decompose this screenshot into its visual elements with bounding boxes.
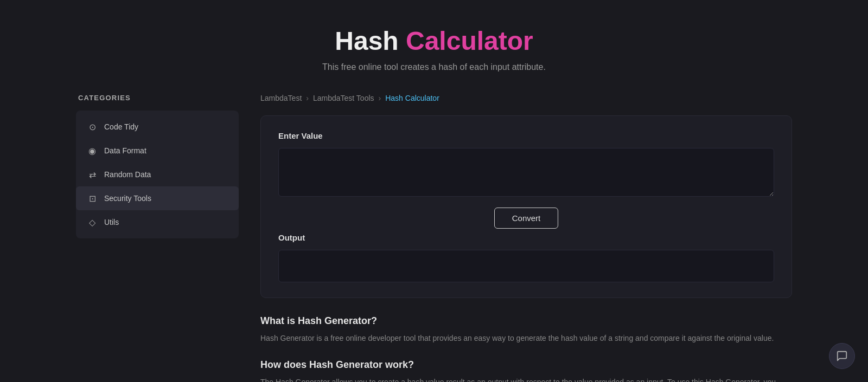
breadcrumb: LambdaTest › LambdaTest Tools › Hash Cal… (260, 94, 792, 102)
output-label: Output (278, 233, 774, 242)
breadcrumb-lambdatest-tools[interactable]: LambdaTest Tools (313, 94, 374, 102)
categories-label: CATEGORIES (76, 94, 239, 102)
sidebar-item-label: Security Tools (104, 194, 151, 203)
sidebar-item-label: Utils (104, 218, 119, 226)
sidebar-item-code-tidy[interactable]: ⊙ Code Tidy (76, 115, 239, 139)
how-does-section: How does Hash Generator work? The Hash G… (260, 359, 792, 382)
output-area (278, 250, 774, 282)
main-content: LambdaTest › LambdaTest Tools › Hash Cal… (260, 94, 792, 382)
convert-row: Convert (278, 208, 774, 229)
sidebar: CATEGORIES ⊙ Code Tidy ◉ Data Format ⇄ R… (76, 94, 239, 382)
how-does-title: How does Hash Generator work? (260, 359, 792, 371)
page-subtitle: This free online tool creates a hash of … (11, 62, 857, 72)
input-textarea[interactable] (278, 148, 774, 197)
data-format-icon: ◉ (87, 145, 98, 156)
random-data-icon: ⇄ (87, 169, 98, 180)
sidebar-item-utils[interactable]: ◇ Utils (76, 210, 239, 234)
sidebar-item-label: Code Tidy (104, 122, 138, 131)
breadcrumb-sep-2: › (379, 94, 381, 102)
sidebar-item-label: Random Data (104, 170, 151, 179)
convert-button[interactable]: Convert (494, 208, 559, 229)
code-tidy-icon: ⊙ (87, 121, 98, 132)
sidebar-item-security-tools[interactable]: ⊡ Security Tools (76, 186, 239, 210)
what-is-title: What is Hash Generator? (260, 315, 792, 327)
what-is-section: What is Hash Generator? Hash Generator i… (260, 315, 792, 344)
page-title: Hash Calculator (11, 26, 857, 56)
security-tools-icon: ⊡ (87, 193, 98, 204)
main-layout: CATEGORIES ⊙ Code Tidy ◉ Data Format ⇄ R… (54, 94, 814, 382)
breadcrumb-hash-calculator[interactable]: Hash Calculator (385, 94, 439, 102)
chat-button[interactable] (829, 343, 855, 369)
breadcrumb-sep-1: › (306, 94, 309, 102)
utils-icon: ◇ (87, 217, 98, 228)
sidebar-item-random-data[interactable]: ⇄ Random Data (76, 163, 239, 186)
page-header: Hash Calculator This free online tool cr… (0, 0, 868, 94)
what-is-text: Hash Generator is a free online develope… (260, 332, 792, 344)
sidebar-item-label: Data Format (104, 146, 146, 155)
tool-card: Enter Value Convert Output (260, 115, 792, 298)
breadcrumb-lambdatest[interactable]: LambdaTest (260, 94, 302, 102)
sidebar-item-data-format[interactable]: ◉ Data Format (76, 139, 239, 163)
how-does-text: The Hash Generator allows you to create … (260, 376, 792, 382)
input-label: Enter Value (278, 131, 774, 140)
sidebar-menu: ⊙ Code Tidy ◉ Data Format ⇄ Random Data … (76, 111, 239, 238)
